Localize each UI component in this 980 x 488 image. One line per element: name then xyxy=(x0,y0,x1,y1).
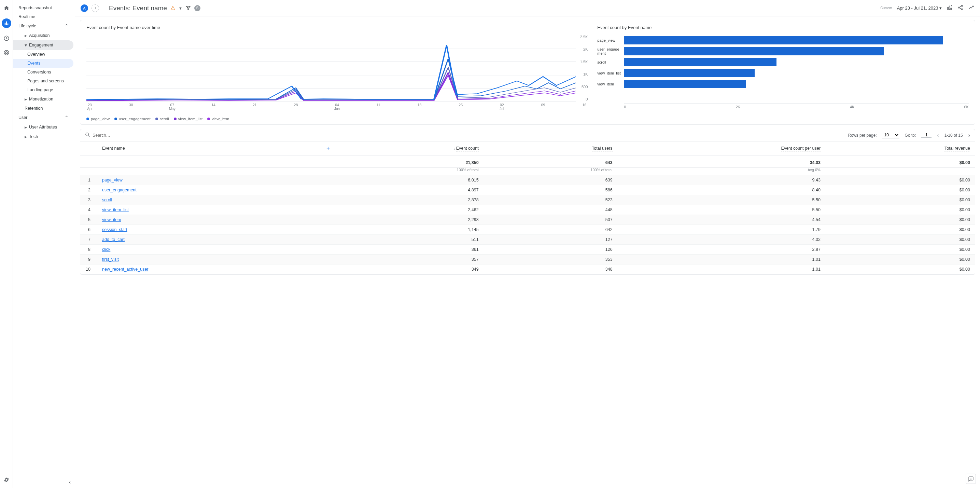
sidebar-item-tech[interactable]: ▸Tech xyxy=(13,132,73,142)
sidebar-item-landing-page[interactable]: Landing page xyxy=(13,85,73,94)
event-link[interactable]: page_view xyxy=(102,178,123,182)
line-chart-container: Event count by Event name over time xyxy=(86,25,588,121)
sidebar-item-reports-snapshot[interactable]: Reports snapshot xyxy=(13,3,73,12)
search-icon xyxy=(85,132,90,139)
goto-label: Go to: xyxy=(905,133,916,138)
goto-input[interactable] xyxy=(921,132,932,138)
date-range-picker[interactable]: Apr 23 - Jul 21, 2023 ▾ xyxy=(897,5,942,11)
svg-rect-1 xyxy=(6,22,7,25)
add-comparison-button[interactable]: + xyxy=(92,5,99,12)
sidebar-item-pages-and-screens[interactable]: Pages and screens xyxy=(13,77,73,85)
bar-chart-title: Event count by Event name xyxy=(597,25,969,30)
bar-row[interactable]: page_view xyxy=(597,35,969,46)
event-link[interactable]: session_start xyxy=(102,227,127,232)
svg-rect-6 xyxy=(948,7,948,10)
date-custom-label: Custom xyxy=(880,6,892,10)
next-page-button[interactable]: › xyxy=(968,132,970,139)
search-input[interactable] xyxy=(92,133,161,138)
warning-icon[interactable]: ⚠ xyxy=(170,5,175,11)
totals-row: 21,850 643 34.03 $0.00 xyxy=(80,155,975,168)
feedback-button[interactable] xyxy=(966,474,976,484)
icon-rail xyxy=(0,0,13,488)
home-icon[interactable] xyxy=(2,4,11,12)
col-revenue[interactable]: Total revenue xyxy=(825,142,975,155)
svg-point-4 xyxy=(5,52,8,54)
sidebar-item-monetization[interactable]: ▸Monetization xyxy=(13,94,73,104)
table-row: 5view_item2,2985074.54$0.00 xyxy=(80,215,975,225)
bar-row[interactable]: user_engagement xyxy=(597,46,969,57)
page-range-label: 1-10 of 15 xyxy=(945,133,963,138)
svg-point-20 xyxy=(971,479,971,480)
sidebar-item-acquisition[interactable]: ▸Acquisition xyxy=(13,31,73,40)
sidebar-item-life-cycle[interactable]: Life cycle⌃ xyxy=(13,21,73,31)
col-event-count[interactable]: ↓Event count xyxy=(335,142,484,155)
sort-desc-icon: ↓ xyxy=(453,146,455,150)
sidebar-item-user[interactable]: User⌃ xyxy=(13,113,73,122)
sampling-chip[interactable]: S xyxy=(194,5,200,11)
legend-item[interactable]: scroll xyxy=(155,117,169,121)
event-link[interactable]: first_visit xyxy=(102,257,119,262)
advertising-icon[interactable] xyxy=(2,48,11,57)
charts-card: Event count by Event name over time xyxy=(80,20,975,125)
edit-comparisons-icon[interactable] xyxy=(947,5,953,12)
event-link[interactable]: new_recent_active_user xyxy=(102,267,148,272)
legend-item[interactable]: view_item_list xyxy=(174,117,203,121)
svg-rect-2 xyxy=(7,24,8,25)
gear-icon[interactable] xyxy=(2,476,11,484)
prev-page-button[interactable]: ‹ xyxy=(937,132,939,139)
sidebar-item-retention[interactable]: Retention xyxy=(13,104,73,113)
totals-sub-row: 100% of total 100% of total Avg 0% xyxy=(80,168,975,175)
sidebar-item-events[interactable]: Events xyxy=(13,59,73,68)
bar-row[interactable]: view_item_list xyxy=(597,68,969,78)
table-row: 7add_to_cart5111274.02$0.00 xyxy=(80,235,975,245)
title-dropdown-icon[interactable]: ▼ xyxy=(178,6,182,10)
legend-item[interactable]: view_item xyxy=(207,117,229,121)
table-row: 6session_start1,1456421.79$0.00 xyxy=(80,225,975,235)
table-controls: Rows per page: 10 Go to: ‹ 1-10 of 15 › xyxy=(80,129,975,141)
line-chart-y-axis: 2.5K 2K 1.5K 1K 500 0 xyxy=(576,35,588,102)
share-icon[interactable] xyxy=(958,5,964,12)
bar-chart[interactable]: page_viewuser_engagementscrollview_item_… xyxy=(597,35,969,102)
line-chart-x-axis: 23300714212804111825020916 xyxy=(86,102,588,107)
bar-row[interactable]: scroll xyxy=(597,57,969,68)
line-chart-legend: page_viewuser_engagementscrollview_item_… xyxy=(86,117,588,121)
legend-item[interactable]: page_view xyxy=(86,117,110,121)
col-per-user[interactable]: Event count per user xyxy=(617,142,825,155)
rows-per-page-label: Rows per page: xyxy=(848,133,877,138)
insights-icon[interactable] xyxy=(968,5,975,12)
main-content: A + Events: Event name ⚠ ▼ S Custom Apr … xyxy=(75,0,980,488)
sidebar-item-realtime[interactable]: Realtime xyxy=(13,12,73,21)
event-link[interactable]: view_item xyxy=(102,217,121,222)
event-link[interactable]: add_to_cart xyxy=(102,237,125,242)
svg-rect-8 xyxy=(951,8,951,10)
events-table: Event name+ ↓Event count Total users Eve… xyxy=(80,141,975,274)
table-row: 1page_view6,0156399.43$0.00 xyxy=(80,175,975,185)
col-total-users[interactable]: Total users xyxy=(484,142,617,155)
table-row: 2user_engagement4,8975868.40$0.00 xyxy=(80,185,975,195)
event-link[interactable]: scroll xyxy=(102,198,112,202)
segment-chip-all[interactable]: A xyxy=(81,5,88,12)
sidebar-item-engagement[interactable]: ▾Engagement xyxy=(13,40,73,50)
collapse-sidebar-icon[interactable]: ‹ xyxy=(69,479,71,485)
filter-icon[interactable] xyxy=(186,5,191,11)
table-row: 3scroll2,8785235.50$0.00 xyxy=(80,195,975,205)
sidebar: Reports snapshotRealtimeLife cycle⌃▸Acqu… xyxy=(13,0,75,488)
col-event-name[interactable]: Event name+ xyxy=(97,142,335,155)
sidebar-item-conversions[interactable]: Conversions xyxy=(13,68,73,77)
page-title: Events: Event name xyxy=(109,5,167,12)
legend-item[interactable]: user_engagement xyxy=(115,117,151,121)
explore-icon[interactable] xyxy=(2,34,11,42)
sidebar-item-overview[interactable]: Overview xyxy=(13,50,73,59)
add-dimension-button[interactable]: + xyxy=(326,145,330,152)
event-link[interactable]: user_engagement xyxy=(102,188,137,192)
svg-rect-0 xyxy=(5,23,5,25)
bar-row[interactable]: view_item xyxy=(597,78,969,89)
bar-chart-x-axis: 02K4K6K xyxy=(624,103,969,109)
event-link[interactable]: view_item_list xyxy=(102,207,129,212)
sidebar-item-user-attributes[interactable]: ▸User Attributes xyxy=(13,122,73,132)
bar-chart-container: Event count by Event name page_viewuser_… xyxy=(597,25,969,121)
reports-icon[interactable] xyxy=(2,18,11,28)
line-chart[interactable] xyxy=(86,35,576,102)
event-link[interactable]: click xyxy=(102,247,110,252)
rows-per-page-select[interactable]: 10 xyxy=(882,132,899,139)
